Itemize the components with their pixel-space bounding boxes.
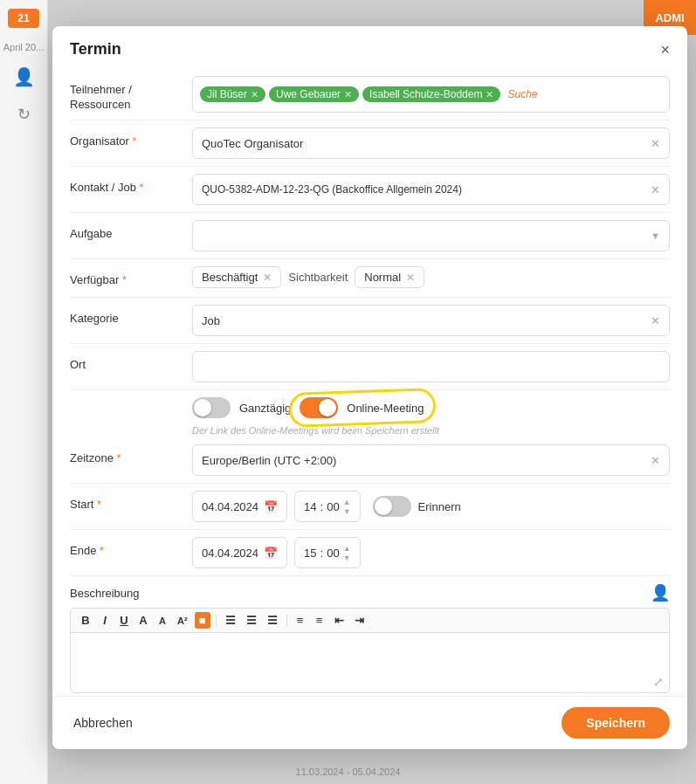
toolbar-align-center[interactable]: ☰ <box>243 612 260 629</box>
sichtbarkeit-value: Normal <box>364 271 401 284</box>
sidebar-user-icon[interactable]: 👤 <box>13 66 35 87</box>
teilnehmer-tags-input[interactable]: Jil Büser ✕ Uwe Gebauer ✕ Isabell Schulz… <box>192 76 670 113</box>
erinnern-toggle[interactable] <box>373 496 411 517</box>
organisator-input[interactable]: QuoTec Organisator ✕ <box>192 127 670 159</box>
start-hour: 14 <box>304 500 316 513</box>
label-ende: Ende * <box>70 537 192 559</box>
ende-calendar-icon[interactable]: 📅 <box>264 547 278 560</box>
kontakt-clear-icon[interactable]: ✕ <box>651 183 660 196</box>
kategorie-clear-icon[interactable]: ✕ <box>651 314 660 327</box>
start-time-input[interactable]: 14 : 00 ▲ ▼ <box>294 491 360 522</box>
toolbar-size2[interactable]: A <box>155 614 170 628</box>
ort-input[interactable] <box>192 351 670 382</box>
verfugbar-badge[interactable]: Beschäftigt ✕ <box>192 266 281 288</box>
ende-time-up[interactable]: ▲ <box>343 544 351 553</box>
ende-date-input[interactable]: 04.04.2024 📅 <box>192 537 287 568</box>
row-teilnehmer: Teilnehmer / Ressourcen Jil Büser ✕ Uwe … <box>70 69 670 120</box>
start-time-down[interactable]: ▼ <box>343 507 351 516</box>
row-zeitzone: Zeitzone * Europe/Berlin (UTC +2:00) ✕ <box>70 437 670 484</box>
ende-time-down[interactable]: ▼ <box>343 554 351 562</box>
toolbar-indent2[interactable]: ⇥ <box>351 612 368 629</box>
kontakt-control: QUO-5382-ADM-12-23-QG (Backoffice Allgem… <box>192 174 670 205</box>
start-time-arrows[interactable]: ▲ ▼ <box>343 498 351 516</box>
editor-toolbar: B I U A A A² ■ ☰ ☰ ☰ ≡ ≡ ⇤ ⇥ <box>70 608 670 632</box>
tag-jil-label: Jil Büser <box>207 88 247 100</box>
toggles-control: Ganztägig Online-Meeting Der Link des On… <box>192 397 670 436</box>
toolbar-size1[interactable]: A <box>135 612 151 629</box>
online-meeting-toggle[interactable] <box>300 397 338 418</box>
start-time-up[interactable]: ▲ <box>343 498 351 506</box>
beschreibung-header: Beschreibung 👤 <box>70 583 670 602</box>
ganztag-label: Ganztägig <box>239 402 291 415</box>
start-calendar-icon[interactable]: 📅 <box>264 500 278 513</box>
cancel-button[interactable]: Abbrechen <box>70 709 136 737</box>
sidebar-refresh-icon[interactable]: ↻ <box>17 105 31 124</box>
verfugbar-row: Beschäftigt ✕ Sichtbarkeit Normal ✕ <box>192 266 670 288</box>
expand-icon[interactable]: ⤢ <box>653 675 664 689</box>
zeitzone-input[interactable]: Europe/Berlin (UTC +2:00) ✕ <box>192 444 670 476</box>
verfugbar-value: Beschäftigt <box>202 271 258 284</box>
tag-uwe[interactable]: Uwe Gebauer ✕ <box>269 86 359 102</box>
online-meeting-group: Online-Meeting <box>300 397 424 418</box>
toolbar-align-right[interactable]: ☰ <box>264 612 281 629</box>
toolbar-list2[interactable]: ≡ <box>312 612 327 629</box>
ganztag-toggle[interactable] <box>192 397 231 418</box>
verfugbar-required: * <box>119 273 127 286</box>
kategorie-value: Job <box>202 314 220 327</box>
label-kategorie: Kategorie <box>70 305 192 327</box>
label-teilnehmer: Teilnehmer / Ressourcen <box>70 76 192 113</box>
zeitzone-clear-icon[interactable]: ✕ <box>651 454 660 467</box>
tag-jil[interactable]: Jil Büser ✕ <box>200 86 265 102</box>
ende-hour: 15 <box>304 547 316 560</box>
toolbar-list1[interactable]: ≡ <box>293 612 308 629</box>
toolbar-underline[interactable]: U <box>116 612 132 629</box>
ende-required: * <box>96 544 104 557</box>
row-ort: Ort <box>70 344 670 390</box>
zeitzone-control: Europe/Berlin (UTC +2:00) ✕ <box>192 444 670 476</box>
toolbar-italic[interactable]: I <box>97 612 113 629</box>
row-beschreibung: Beschreibung 👤 B I U A A A² ■ ☰ ☰ ☰ ≡ <box>70 576 670 696</box>
toolbar-color[interactable]: ■ <box>195 612 210 629</box>
label-verfugbar: Verfügbar * <box>70 266 192 288</box>
toolbar-bold[interactable]: B <box>78 612 93 629</box>
teilnehmer-search-placeholder[interactable]: Suche <box>504 86 541 102</box>
sichtbarkeit-badge[interactable]: Normal ✕ <box>355 266 424 288</box>
aufgabe-select[interactable]: ▼ <box>192 220 670 251</box>
toolbar-indent1[interactable]: ⇤ <box>331 612 348 629</box>
start-date-time-row: 04.04.2024 📅 14 : 00 ▲ ▼ <box>192 491 670 522</box>
ende-control: 04.04.2024 📅 15 : 00 ▲ ▼ <box>192 537 670 568</box>
bottom-date-hint: 11.03.2024 - 05.04.2024 <box>296 767 401 777</box>
tag-isabell-remove[interactable]: ✕ <box>486 89 493 100</box>
start-colon: : <box>320 500 324 513</box>
sichtbarkeit-clear-icon[interactable]: ✕ <box>406 272 415 284</box>
toolbar-size3[interactable]: A² <box>174 614 191 628</box>
toolbar-align-left[interactable]: ☰ <box>222 612 239 629</box>
tag-uwe-remove[interactable]: ✕ <box>344 89 352 100</box>
save-button[interactable]: Speichern <box>562 707 670 739</box>
toolbar-sep2 <box>286 615 287 627</box>
organisator-required: * <box>129 134 137 148</box>
beschreibung-person-icon: 👤 <box>651 583 670 602</box>
row-ende: Ende * 04.04.2024 📅 15 : 00 ▲ ▼ <box>70 530 670 576</box>
kontakt-input[interactable]: QUO-5382-ADM-12-23-QG (Backoffice Allgem… <box>192 174 670 205</box>
tag-jil-remove[interactable]: ✕ <box>251 89 258 100</box>
start-date-input[interactable]: 04.04.2024 📅 <box>192 491 287 522</box>
organisator-clear-icon[interactable]: ✕ <box>651 137 660 150</box>
tag-isabell-label: Isabell Schulze-Boddem <box>369 88 482 100</box>
sidebar-calendar-icon[interactable]: 21 <box>8 9 39 28</box>
modal-close-button[interactable]: × <box>660 42 670 58</box>
modal-title: Termin <box>70 40 121 58</box>
editor-area[interactable]: ⤢ <box>70 632 670 693</box>
row-toggles: Ganztägig Online-Meeting Der Link des On… <box>70 390 670 437</box>
label-toggles-empty <box>70 397 192 404</box>
tag-isabell[interactable]: Isabell Schulze-Boddem ✕ <box>362 86 500 102</box>
ende-time-input[interactable]: 15 : 00 ▲ ▼ <box>294 537 360 568</box>
kontakt-value: QUO-5382-ADM-12-23-QG (Backoffice Allgem… <box>202 183 462 196</box>
erinnern-label: Erinnern <box>418 500 461 513</box>
aufgabe-control: ▼ <box>192 220 670 251</box>
modal-body: Teilnehmer / Ressourcen Jil Büser ✕ Uwe … <box>52 69 687 696</box>
ende-time-arrows[interactable]: ▲ ▼ <box>343 544 351 562</box>
label-ort: Ort <box>70 351 192 373</box>
verfugbar-clear-icon[interactable]: ✕ <box>263 272 272 284</box>
kategorie-input[interactable]: Job ✕ <box>192 305 670 336</box>
